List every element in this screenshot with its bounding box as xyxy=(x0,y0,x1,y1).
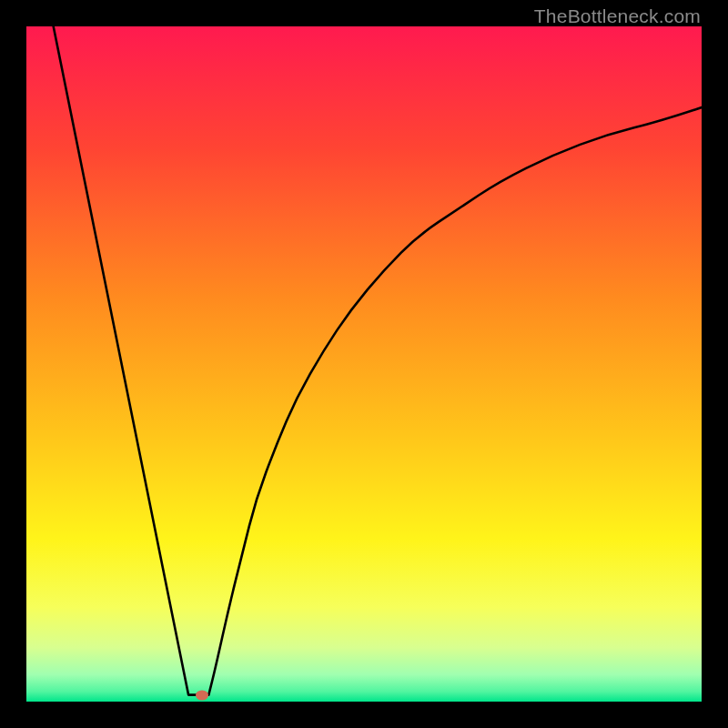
bottleneck-curve xyxy=(26,26,702,702)
chart-frame: TheBottleneck.com xyxy=(0,0,728,728)
optimal-point-marker xyxy=(196,690,208,700)
plot-area xyxy=(26,26,702,702)
watermark-text: TheBottleneck.com xyxy=(534,5,701,27)
